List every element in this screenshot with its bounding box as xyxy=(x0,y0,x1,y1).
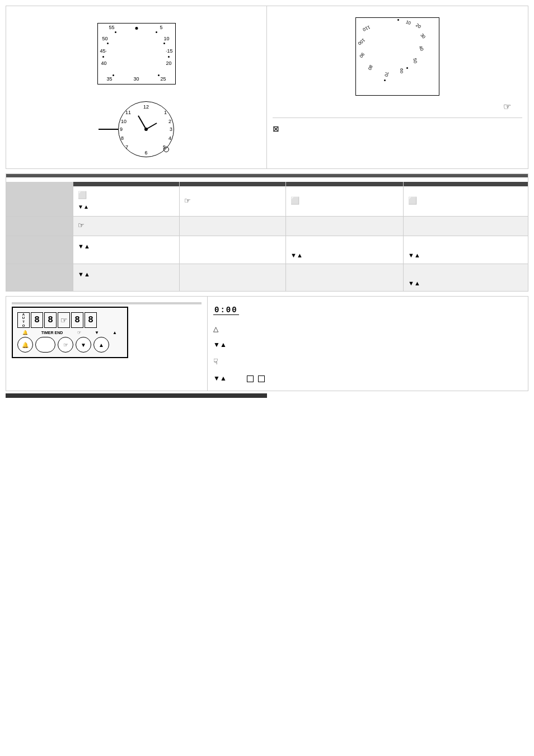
temp-40: 40 xyxy=(418,45,425,52)
digit-4: 8 xyxy=(85,312,97,328)
table-row-3: ▼▲ ▼▲ ▼▲ xyxy=(6,236,528,264)
row4-col1: ▼▲ xyxy=(73,264,180,292)
dial-label-45: 45· xyxy=(100,48,107,54)
digit-2: 8 xyxy=(44,312,57,328)
row3-col1: ▼▲ xyxy=(73,236,180,264)
button-labels-row: 🔔 TIMER END ☞ ▼ ▲ xyxy=(17,330,123,335)
digit-1: 8 xyxy=(31,312,43,328)
row2-col2 xyxy=(180,217,286,236)
clock-12: 12 xyxy=(143,104,149,110)
row4-col3 xyxy=(286,264,404,292)
bottom-left-header xyxy=(12,302,202,304)
temp-20: 20 xyxy=(415,22,421,29)
clock-4: 4 xyxy=(168,135,171,141)
dial-container: 55 5 50 10 45· ·15 40 20 35 30 25 xyxy=(12,12,261,163)
temp-90: 90 xyxy=(358,51,366,59)
row4-col4: ▼▲ xyxy=(404,264,528,292)
clock-8: 8 xyxy=(121,135,124,141)
row3-col3: ▼▲ xyxy=(286,236,404,264)
middle-header xyxy=(6,174,528,177)
top-left-panel: 55 5 50 10 45· ·15 40 20 35 30 25 xyxy=(6,6,267,168)
warning-icon: ⊠ xyxy=(273,124,279,133)
dial-label-55: 55 xyxy=(109,25,115,30)
bell-button[interactable]: 🔔 xyxy=(17,337,33,353)
clock-6: 6 xyxy=(144,150,147,156)
temp-30: 30 xyxy=(420,32,427,40)
row1-col3: ⬜ xyxy=(286,186,404,216)
middle-section: ⬜ ▼▲ ☞ ⬜ ⬜ ☞ xyxy=(6,173,528,292)
row1-col0 xyxy=(6,186,73,216)
bottom-left-panel: AUTO 8 8 ☞ 8 8 🔔 TIMER END ☞ ▼ ▲ xyxy=(6,297,208,391)
temp-10: 10 xyxy=(405,20,411,26)
hand-icon: ☞ xyxy=(273,101,522,112)
instruction-5: ▼▲ xyxy=(213,372,522,385)
row3-col2 xyxy=(180,236,286,264)
instruction-2: △ xyxy=(213,322,522,336)
dial-label-10: 10 xyxy=(163,36,169,41)
row3-col0 xyxy=(6,236,73,264)
col-header-4 xyxy=(404,182,528,186)
display-digits-row: AUTO 8 8 ☞ 8 8 xyxy=(17,312,123,328)
temp-110: 110 xyxy=(362,25,371,32)
dial-label-25: 25 xyxy=(160,76,166,82)
digit-3: 8 xyxy=(71,312,83,328)
page: 55 5 50 10 45· ·15 40 20 35 30 25 xyxy=(0,0,534,756)
bottom-right-panel: 0:00 △ ▼▲ ☟ ▼▲ xyxy=(208,297,528,391)
row2-col4 xyxy=(404,217,528,236)
top-right-panel: 10 20 30 40 50 60 70 80 90 100 110 ☞ ⊠ xyxy=(267,6,528,168)
clock-7: 7 xyxy=(125,144,128,150)
top-section: 55 5 50 10 45· ·15 40 20 35 30 25 xyxy=(6,6,528,169)
col-header-3 xyxy=(286,182,404,186)
col-header-1 xyxy=(73,182,180,186)
row2-col1: ☞ xyxy=(73,217,180,236)
temp-100: 100 xyxy=(357,37,366,46)
dial-label-20: 20 xyxy=(166,60,171,66)
temp-50: 50 xyxy=(412,58,418,63)
bottom-section: AUTO 8 8 ☞ 8 8 🔔 TIMER END ☞ ▼ ▲ xyxy=(6,296,528,391)
instruction-1: 0:00 xyxy=(213,302,522,318)
display-panel: AUTO 8 8 ☞ 8 8 🔔 TIMER END ☞ ▼ ▲ xyxy=(12,307,128,358)
clock-2: 2 xyxy=(168,119,171,124)
temp-80: 80 xyxy=(367,64,373,71)
row2-col3 xyxy=(286,217,404,236)
clock-11: 11 xyxy=(125,110,131,115)
auto-indicator: AUTO xyxy=(17,312,30,328)
row2-col0 xyxy=(6,217,73,236)
instruction-3: ▼▲ xyxy=(213,338,522,351)
instruction-4: ☟ xyxy=(213,354,522,369)
table-row-1: ⬜ ▼▲ ☞ ⬜ ⬜ xyxy=(6,186,528,217)
bottom-bar xyxy=(6,393,267,398)
hand-display-indicator: ☞ xyxy=(58,312,70,328)
row1-col1: ⬜ ▼▲ xyxy=(73,186,180,216)
temp-70: 70 xyxy=(384,71,390,77)
down-button[interactable]: ▼ xyxy=(76,337,91,353)
dial-label-15: ·15 xyxy=(166,48,173,54)
up-button[interactable]: ▲ xyxy=(93,337,109,353)
clock-9: 9 xyxy=(120,126,123,132)
dial-label-40: 40 xyxy=(101,60,107,66)
table-header xyxy=(6,182,528,186)
timer-end-button[interactable] xyxy=(35,337,55,353)
timer-end-label: TIMER END xyxy=(35,331,69,335)
table-row-2: ☞ xyxy=(6,217,528,237)
row4-col0 xyxy=(6,264,73,292)
dial-label-50: 50 xyxy=(102,36,108,41)
row4-col2 xyxy=(180,264,286,292)
col-header-2 xyxy=(180,182,286,186)
table-row-4: ▼▲ ▼▲ xyxy=(6,264,528,292)
dial-label-35: 35 xyxy=(107,76,113,82)
col-header-0 xyxy=(6,182,73,186)
clock-1: 1 xyxy=(164,110,167,115)
clock-3: 3 xyxy=(170,126,172,132)
hand-button[interactable]: ☞ xyxy=(58,337,73,353)
row1-col2: ☞ xyxy=(180,186,286,216)
row3-col4: ▼▲ xyxy=(404,236,528,264)
dial-label-5: 5 xyxy=(160,25,162,30)
temp-60: 60 xyxy=(399,68,404,73)
row1-col4: ⬜ xyxy=(404,186,528,216)
dial-label-30: 30 xyxy=(133,76,139,82)
clock-10: 10 xyxy=(121,119,127,124)
button-row: 🔔 ☞ ▼ ▲ xyxy=(17,337,123,353)
